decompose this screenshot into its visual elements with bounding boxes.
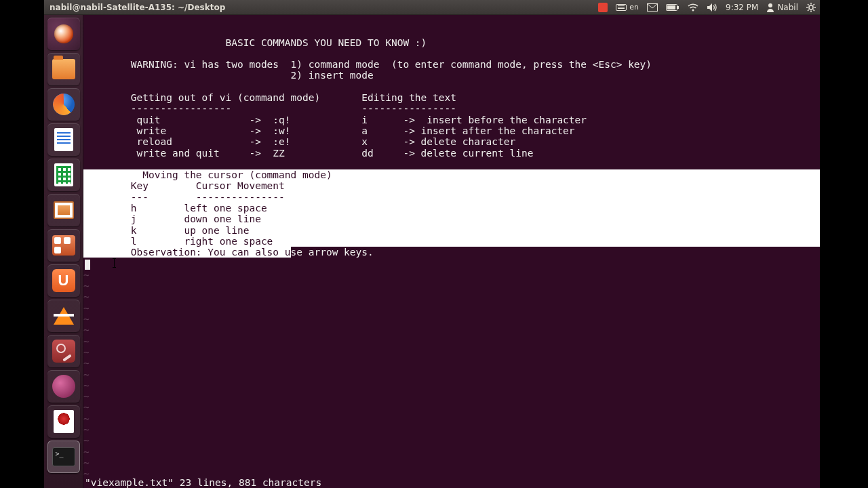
keyboard-layout-indicator[interactable]: en [612,0,643,14]
unity-launcher: U [44,15,83,488]
battery-indicator-icon[interactable] [662,0,684,14]
vi-empty-line: ~ [83,391,820,402]
recording-indicator-icon[interactable] [594,0,612,14]
vi-empty-line: ~ [83,424,820,435]
vi-empty-line: ~ [83,347,820,358]
folder-icon [52,59,75,79]
launcher-settings[interactable] [47,335,80,367]
svg-rect-3 [667,5,675,9]
left-black-bar [0,0,44,488]
top-menubar: nabil@nabil-Satellite-A135: ~/Desktop en… [44,0,820,15]
terminal-line: write -> :w! a -> insert after the chara… [83,125,820,136]
launcher-cheese[interactable] [47,370,80,403]
window-title: nabil@nabil-Satellite-A135: ~/Desktop [44,3,225,12]
terminal-line: Observation: You can also use arrow keys… [83,247,820,258]
session-username: Nabil [777,3,798,12]
vi-empty-line: ~ [83,281,820,291]
settings-icon [52,340,75,363]
system-indicator-icon[interactable] [802,0,820,14]
terminal-line [83,81,820,92]
network-indicator-icon[interactable] [684,0,703,14]
session-indicator[interactable]: Nabil [762,0,802,14]
software-center-icon [52,235,75,256]
webcam-icon [52,375,75,398]
launcher-terminal[interactable] [47,441,80,473]
vi-empty-line: ~ [83,380,820,391]
vi-empty-line: ~ [83,458,820,468]
launcher-files[interactable] [47,53,80,85]
spreadsheet-icon [54,163,73,186]
launcher-vlc[interactable] [47,300,80,332]
vi-empty-line: ~ [83,435,820,446]
terminal-line: quit -> :q! i -> insert before the chara… [83,115,820,125]
svg-rect-2 [677,6,679,9]
user-icon [766,3,774,12]
svg-line-13 [808,9,809,11]
svg-line-14 [813,4,814,5]
launcher-impress[interactable] [47,194,80,226]
text-cursor [85,260,90,270]
terminal-line: Getting out of vi (command mode) Editing… [83,92,820,103]
launcher-dash-home[interactable] [47,18,80,50]
terminal-line [83,159,820,169]
vi-empty-line: ~ [83,303,820,314]
terminal-line: WARNING: vi has two modes 1) command mod… [83,59,820,70]
svg-line-12 [813,9,814,11]
vi-empty-line: ~ [83,325,820,336]
terminal-body[interactable]: BASIC COMMANDS YOU NEED TO KNOW :) WARNI… [83,37,820,480]
sound-indicator-icon[interactable] [703,0,722,14]
terminal-line [83,258,820,270]
keyboard-icon [616,4,627,11]
vlc-icon [54,307,74,325]
vi-empty-line: ~ [83,447,820,458]
screen: { "menubar": { "title": "nabil@nabil-Sat… [0,0,868,488]
vi-empty-line: ~ [83,413,820,424]
terminal-selection: Moving the cursor (command mode) Key Cur… [83,169,820,247]
launcher-evince[interactable] [47,405,80,438]
terminal-window[interactable]: BASIC COMMANDS YOU NEED TO KNOW :) WARNI… [83,15,820,488]
svg-point-6 [809,5,813,9]
document-icon [54,128,73,151]
vi-empty-line: ~ [83,270,820,281]
firefox-icon [53,94,75,115]
launcher-software-center[interactable] [47,229,80,262]
messaging-indicator-icon[interactable] [643,0,662,14]
svg-line-11 [808,4,809,5]
terminal-line: reload -> :e! x -> delete character [83,136,820,147]
vi-empty-line: ~ [83,402,820,413]
launcher-writer[interactable] [47,123,80,156]
launcher-ubuntu-one[interactable]: U [47,264,80,297]
ubuntu-logo-icon [54,24,73,43]
mouse-ibeam-cursor [114,258,115,268]
vi-empty-line: ~ [83,358,820,369]
terminal-line [83,48,820,59]
clock-indicator[interactable]: 9:32 PM [722,0,762,14]
right-black-bar [820,0,868,488]
launcher-calc[interactable] [47,159,80,191]
terminal-line: 2) insert mode [83,70,820,81]
terminal-line: BASIC COMMANDS YOU NEED TO KNOW :) [83,37,820,48]
terminal-line: write and quit -> ZZ dd -> delete curren… [83,148,820,159]
vi-empty-line: ~ [83,336,820,347]
svg-point-5 [768,3,772,7]
terminal-line: ----------------- ---------------- [83,103,820,114]
vi-status-line: "viexample.txt" 23 lines, 881 characters [83,477,321,488]
terminal-icon [52,447,75,466]
presentation-icon [54,201,74,219]
vi-empty-line: ~ [83,291,820,302]
clock-time: 9:32 PM [726,3,758,12]
svg-point-4 [692,9,694,11]
launcher-firefox[interactable] [47,88,80,121]
keyboard-lang-label: en [629,3,639,12]
vi-empty-line: ~ [83,314,820,325]
ubuntu-one-icon: U [52,269,75,292]
vi-empty-line: ~ [83,369,820,380]
pdf-viewer-icon [54,410,74,433]
